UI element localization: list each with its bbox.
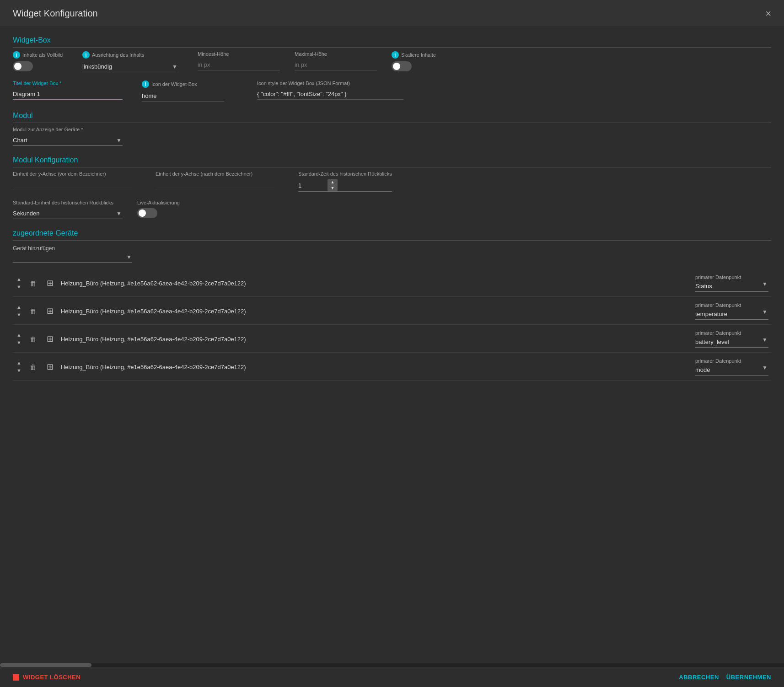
dialog-header: Widget Konfiguration × [0,0,784,26]
device-1-controls: ▲ ▼ [16,275,22,291]
device-1-datapoint-select-wrapper: Status temperature battery_level mode ▼ [695,281,768,292]
footer-right: ABBRECHEN ÜBERNEHMEN [679,674,771,681]
icon-input[interactable] [142,91,224,102]
standard-zeit-wrapper: ▲ ▼ [298,179,392,192]
standard-einheit-group: Standard-Einheit des historischen Rückbl… [13,200,123,219]
device-list: ▲ ▼ 🗑 ⊞ Heizung_Büro (Heizung, #e1e56a62… [13,270,771,381]
device-4-down-button[interactable]: ▼ [16,367,22,375]
einheit-y-nach-label: Einheit der y-Achse (nach dem Bezeichner… [156,171,284,177]
standard-einheit-select-wrapper: Sekunden Minuten Stunden Tage ▼ [13,208,123,219]
standard-zeit-up-button[interactable]: ▲ [328,179,338,185]
device-1-up-button[interactable]: ▲ [16,275,22,283]
device-4-datapoint-select-wrapper: Status temperature battery_level mode ▼ [695,365,768,376]
device-4-name: Heizung_Büro (Heizung, #e1e56a62-6aea-4e… [61,364,691,370]
add-device-label: Gerät hinzufügen [13,245,132,252]
widget-konfiguration-dialog: Widget Konfiguration × Widget-Box i Inha… [0,0,784,687]
device-3-datapoint-select-wrapper: Status temperature battery_level mode ▼ [695,337,768,348]
add-device-row: Gerät hinzufügen ▼ [13,245,771,263]
device-row: ▲ ▼ 🗑 ⊞ Heizung_Büro (Heizung, #e1e56a62… [13,354,771,381]
live-aktualisierung-toggle[interactable] [137,208,157,218]
ausrichtung-select-wrapper: linksbündig zentriert rechtsbündig ▼ [82,61,178,72]
device-2-delete-button[interactable]: 🗑 [27,306,39,316]
widget-box-section-title: Widget-Box [13,36,771,48]
inhalte-vollbild-label: i Inhalte als Vollbild [13,51,68,59]
add-device-select-wrapper: ▼ [13,253,132,263]
device-2-up-button[interactable]: ▲ [16,303,22,311]
titel-group: Titel der Widget-Box * [13,81,127,100]
device-4-datapoint-label: primärer Datenpunkt [695,358,768,364]
cancel-button[interactable]: ABBRECHEN [679,674,719,681]
icon-style-input[interactable] [257,89,403,100]
modul-select-wrapper: Chart List Map Gauge ▼ [13,135,123,146]
device-3-controls: ▲ ▼ [16,331,22,347]
device-3-datapoint-select[interactable]: Status temperature battery_level mode [695,337,768,348]
body-spacer [13,381,771,417]
live-aktualisierung-group: Live-Aktualisierung [137,200,192,218]
device-3-delete-button[interactable]: 🗑 [27,334,39,344]
icon-style-group: Icon style der Widget-Box (JSON Format) [257,81,440,100]
inhalte-vollbild-group: i Inhalte als Vollbild [13,51,68,71]
widget-delete-button[interactable]: WIDGET LÖSCHEN [23,674,81,681]
device-1-delete-button[interactable]: 🗑 [27,279,39,288]
titel-input[interactable] [13,89,123,100]
inhalte-vollbild-toggle[interactable] [13,61,33,71]
devices-section: Gerät hinzufügen ▼ ▲ ▼ [13,245,771,381]
einheit-y-vor-input[interactable] [13,179,132,190]
device-2-down-button[interactable]: ▼ [16,311,22,319]
ausrichtung-group: i Ausrichtung des Inhalts linksbündig ze… [82,51,183,72]
apply-button[interactable]: ÜBERNEHMEN [726,674,771,681]
dialog-footer: WIDGET LÖSCHEN ABBRECHEN ÜBERNEHMEN [0,667,784,687]
standard-zeit-down-button[interactable]: ▼ [328,185,338,191]
einheit-y-nach-input[interactable] [156,179,274,190]
ausrichtung-select[interactable]: linksbündig zentriert rechtsbündig [82,61,178,72]
mindest-hoehe-group: Mindest-Höhe [198,51,280,70]
standard-zeit-input[interactable] [298,180,326,191]
mindest-hoehe-input[interactable] [198,59,280,70]
widget-box-row2: Titel der Widget-Box * i Icon der Widget… [13,81,771,102]
device-4-up-button[interactable]: ▲ [16,359,22,367]
titel-label: Titel der Widget-Box * [13,81,127,86]
modul-select[interactable]: Chart List Map Gauge [13,135,123,146]
skaliere-inhalte-toggle[interactable] [392,61,412,71]
modul-konfiguration-section-title: Modul Konfiguration [13,156,771,167]
maximal-hoehe-label: Maximal-Höhe [295,51,377,57]
standard-einheit-select[interactable]: Sekunden Minuten Stunden Tage [13,208,123,219]
inhalte-vollbild-thumb [14,63,21,70]
icon-info-icon: i [142,81,149,88]
device-1-down-button[interactable]: ▼ [16,283,22,291]
modul-row: Modul zur Anzeige der Geräte * Chart Lis… [13,127,771,146]
icon-label: i Icon der Widget-Box [142,81,242,88]
dialog-title: Widget Konfiguration [13,8,98,19]
icon-style-label: Icon style der Widget-Box (JSON Format) [257,81,440,86]
device-2-datapoint-select[interactable]: Status temperature battery_level mode [695,309,768,320]
device-4-datapoint-select[interactable]: Status temperature battery_level mode [695,365,768,376]
device-3-up-button[interactable]: ▲ [16,331,22,339]
add-device-input[interactable] [13,253,126,260]
footer-left: WIDGET LÖSCHEN [13,674,81,681]
device-row: ▲ ▼ 🗑 ⊞ Heizung_Büro (Heizung, #e1e56a62… [13,326,771,353]
device-1-datapoint-group: primärer Datenpunkt Status temperature b… [695,274,768,292]
device-3-icon: ⊞ [47,334,54,344]
einheit-y-vor-group: Einheit der y-Achse (vor dem Bezeichner) [13,171,141,190]
add-device-arrow-icon: ▼ [126,254,132,260]
device-2-datapoint-label: primärer Datenpunkt [695,302,768,308]
maximal-hoehe-input[interactable] [295,59,377,70]
standard-einheit-label: Standard-Einheit des historischen Rückbl… [13,200,123,205]
device-2-controls: ▲ ▼ [16,303,22,319]
device-1-datapoint-select[interactable]: Status temperature battery_level mode [695,281,768,292]
skaliere-inhalte-info-icon: i [392,51,399,59]
device-3-down-button[interactable]: ▼ [16,339,22,347]
device-row: ▲ ▼ 🗑 ⊞ Heizung_Büro (Heizung, #e1e56a62… [13,298,771,325]
device-2-datapoint-select-wrapper: Status temperature battery_level mode ▼ [695,309,768,320]
icon-group: i Icon der Widget-Box [142,81,242,102]
modul-group: Modul zur Anzeige der Geräte * Chart Lis… [13,127,123,146]
zugeordnete-geraete-section-title: zugeordnete Geräte [13,229,771,241]
inhalte-vollbild-track [13,61,33,71]
scrollbar-thumb[interactable] [0,663,91,667]
modul-konfiguration-row1: Einheit der y-Achse (vor dem Bezeichner)… [13,171,771,192]
device-1-icon: ⊞ [47,278,54,288]
ausrichtung-label: i Ausrichtung des Inhalts [82,51,183,59]
close-button[interactable]: × [765,9,771,19]
scrollbar-area[interactable] [0,663,784,667]
device-4-delete-button[interactable]: 🗑 [27,362,39,372]
